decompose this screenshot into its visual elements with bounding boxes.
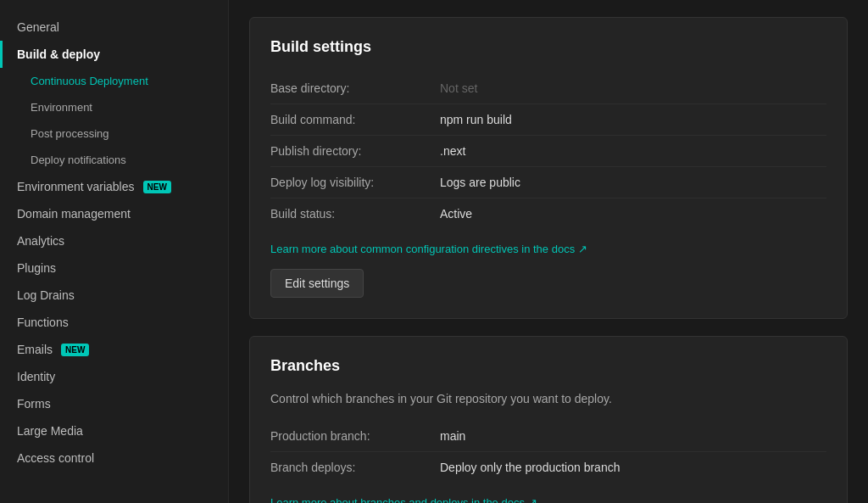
env-variables-badge: New	[143, 181, 171, 193]
sidebar-item-analytics[interactable]: Analytics	[0, 227, 228, 254]
field-label-production-branch: Production branch:	[270, 429, 440, 443]
field-value-production-branch: main	[440, 429, 465, 443]
field-label-build-status: Build status:	[270, 207, 440, 221]
field-value-base-directory: Not set	[440, 81, 477, 95]
sidebar-item-general[interactable]: General	[0, 14, 228, 41]
sidebar-item-emails[interactable]: Emails New	[0, 336, 228, 363]
branches-card: Branches Control which branches in your …	[249, 336, 848, 503]
build-settings-edit-button[interactable]: Edit settings	[270, 269, 364, 298]
sidebar-item-access-control[interactable]: Access control	[0, 444, 228, 472]
field-value-deploy-log-visibility: Logs are public	[440, 176, 520, 189]
field-label-deploy-log-visibility: Deploy log visibility:	[270, 176, 440, 189]
sidebar-item-continuous-deployment[interactable]: Continuous Deployment	[0, 68, 228, 94]
field-build-status: Build status: Active	[270, 198, 826, 229]
sidebar: General Build & deploy Continuous Deploy…	[0, 0, 229, 503]
field-value-build-status: Active	[440, 207, 472, 221]
field-value-build-command: npm run build	[440, 113, 512, 126]
field-label-build-command: Build command:	[270, 113, 440, 126]
sidebar-item-log-drains[interactable]: Log Drains	[0, 282, 228, 309]
sidebar-item-post-processing[interactable]: Post processing	[0, 120, 228, 147]
build-settings-title: Build settings	[270, 38, 826, 56]
field-label-base-directory: Base directory:	[270, 81, 440, 95]
sidebar-item-environment[interactable]: Environment	[0, 94, 228, 120]
build-settings-learn-more-link[interactable]: Learn more about common configuration di…	[270, 243, 587, 255]
emails-badge: New	[61, 344, 89, 356]
field-label-publish-directory: Publish directory:	[270, 144, 440, 158]
sidebar-item-environment-variables[interactable]: Environment variables New	[0, 173, 228, 200]
field-production-branch: Production branch: main	[270, 421, 826, 452]
sidebar-item-deploy-notifications[interactable]: Deploy notifications	[0, 147, 228, 173]
sidebar-item-forms[interactable]: Forms	[0, 390, 228, 417]
field-branch-deploys: Branch deploys: Deploy only the producti…	[270, 452, 826, 483]
branches-title: Branches	[270, 357, 826, 375]
branches-learn-more-link[interactable]: Learn more about branches and deploys in…	[270, 496, 537, 503]
branches-external-link-icon: ↗	[528, 496, 537, 503]
field-publish-directory: Publish directory: .next	[270, 136, 826, 167]
build-settings-card: Build settings Base directory: Not set B…	[249, 17, 848, 319]
field-build-command: Build command: npm run build	[270, 104, 826, 136]
sidebar-item-functions[interactable]: Functions	[0, 309, 228, 336]
branches-description: Control which branches in your Git repos…	[270, 392, 826, 405]
field-label-branch-deploys: Branch deploys:	[270, 461, 440, 474]
sidebar-item-build-deploy[interactable]: Build & deploy	[0, 41, 228, 68]
sidebar-item-domain-management[interactable]: Domain management	[0, 200, 228, 227]
field-value-publish-directory: .next	[440, 144, 465, 158]
sidebar-item-large-media[interactable]: Large Media	[0, 417, 228, 444]
main-content: Build settings Base directory: Not set B…	[229, 0, 868, 503]
external-link-icon: ↗	[578, 243, 587, 255]
field-base-directory: Base directory: Not set	[270, 73, 826, 104]
sidebar-item-identity[interactable]: Identity	[0, 363, 228, 390]
field-value-branch-deploys: Deploy only the production branch	[440, 461, 620, 474]
sidebar-item-plugins[interactable]: Plugins	[0, 254, 228, 282]
field-deploy-log-visibility: Deploy log visibility: Logs are public	[270, 167, 826, 198]
